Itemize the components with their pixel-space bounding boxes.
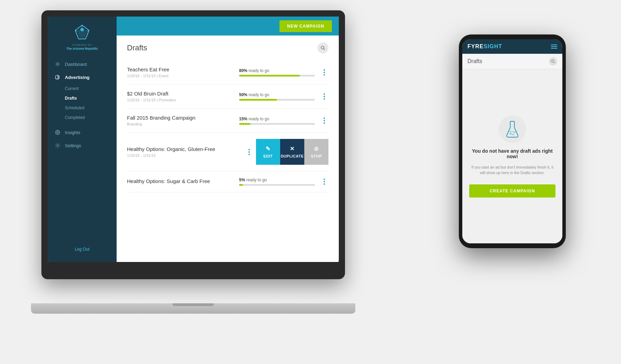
logo-area: POWERED BY The Arizona Republic — [66, 23, 98, 51]
sidebar-item-settings[interactable]: Settings — [48, 139, 117, 152]
campaign-menu-5[interactable] — [320, 178, 328, 186]
hamburger-menu[interactable] — [551, 44, 557, 49]
edit-button[interactable]: ✎ EDIT — [256, 139, 280, 165]
action-buttons-4: ✎ EDIT ✕ DUPLICATE ⊘ STO — [256, 139, 328, 165]
sidebar-advertising-label: Advertising — [65, 75, 90, 80]
campaign-row-3: Fall 2015 Branding Campaign Branding 15%… — [127, 109, 328, 133]
campaign-meta-4: 1/15/15 - 1/31/15 — [127, 153, 240, 158]
laptop-screen: POWERED BY The Arizona Republic Dashboar… — [48, 17, 339, 262]
laptop-outer: POWERED BY The Arizona Republic Dashboar… — [41, 10, 345, 279]
svg-line-16 — [324, 49, 325, 50]
campaign-name-5: Healthy Options: Sugar & Carb Free — [127, 178, 239, 184]
phone-header: FYRESIGHT — [462, 39, 562, 54]
sidebar-settings-label: Settings — [65, 143, 81, 148]
svg-point-2 — [80, 28, 84, 31]
flask-icon — [499, 115, 526, 143]
logo-icon — [73, 23, 91, 41]
phone-body: You do not have any draft ads right now!… — [462, 69, 562, 243]
progress-bar-fill-1 — [239, 75, 300, 77]
campaign-meta-3: Branding — [127, 122, 239, 126]
campaign-info-5: Healthy Options: Sugar & Carb Free — [127, 178, 239, 185]
campaign-row-1: Teachers Eat Free 1/15/15 - 1/31/15 | Ev… — [127, 60, 328, 84]
brand-name-label: The Arizona Republic — [66, 47, 98, 51]
scene: POWERED BY The Arizona Republic Dashboar… — [0, 0, 621, 364]
svg-point-19 — [510, 133, 511, 134]
sidebar-insights-label: Insights — [65, 130, 80, 135]
progress-bar-fill-2 — [239, 99, 277, 101]
svg-point-20 — [513, 134, 514, 135]
progress-label-1: 80% ready to go — [239, 68, 315, 73]
drafts-section: Drafts Teachers Eat Free — [117, 36, 339, 262]
campaign-meta-2: 1/15/15 - 1/31/15 | Promotion — [127, 98, 239, 102]
phone-screen: FYRESIGHT Drafts — [462, 39, 562, 243]
laptop: POWERED BY The Arizona Republic Dashboar… — [41, 10, 352, 314]
svg-point-9 — [57, 132, 58, 133]
stop-icon: ⊘ — [314, 145, 319, 152]
progress-label-5: 5% ready to go — [239, 178, 315, 182]
campaign-info-1: Teachers Eat Free 1/15/15 - 1/31/15 | Ev… — [127, 67, 239, 78]
stop-button[interactable]: ⊘ STOP — [304, 139, 328, 165]
campaign-meta-1: 1/15/15 - 1/31/15 | Event — [127, 74, 239, 78]
sidebar-item-dashboard[interactable]: Dashboard — [48, 58, 117, 71]
section-header: Drafts — [127, 42, 328, 53]
subnav-drafts[interactable]: Drafts — [48, 93, 117, 103]
drafts-title: Drafts — [127, 43, 147, 52]
subnav-completed[interactable]: Completed — [48, 113, 117, 122]
create-campaign-button[interactable]: CREATE CAMPAIGN — [469, 184, 555, 198]
phone: FYRESIGHT Drafts — [459, 34, 566, 248]
new-campaign-button[interactable]: NEW CAMPAIGN — [279, 20, 332, 32]
progress-bar-bg-3 — [239, 123, 315, 125]
search-icon — [321, 46, 325, 50]
svg-point-14 — [57, 145, 59, 146]
sidebar: POWERED BY The Arizona Republic Dashboar… — [48, 17, 117, 262]
phone-search-icon — [551, 59, 555, 63]
duplicate-icon: ✕ — [290, 145, 295, 152]
campaign-menu-2[interactable] — [320, 92, 328, 101]
stop-label: STOP — [311, 154, 322, 158]
duplicate-button[interactable]: ✕ DUPLICATE — [280, 139, 304, 165]
progress-bar-bg-1 — [239, 75, 315, 77]
campaign-menu-3[interactable] — [320, 117, 328, 125]
sidebar-dashboard-label: Dashboard — [65, 62, 87, 67]
action-area-4: ✎ EDIT ✕ DUPLICATE ⊘ STO — [240, 139, 328, 165]
progress-bar-fill-5 — [239, 184, 243, 186]
progress-area-5: 5% ready to go — [239, 178, 315, 186]
powered-by-label: POWERED BY — [72, 43, 92, 47]
svg-rect-7 — [58, 76, 59, 79]
sidebar-item-advertising[interactable]: Advertising — [48, 71, 117, 84]
phone-sub-header: Drafts — [462, 54, 562, 69]
edit-icon: ✎ — [266, 145, 270, 152]
sidebar-item-insights[interactable]: Insights — [48, 126, 117, 139]
duplicate-label: DUPLICATE — [281, 154, 304, 158]
dashboard-icon — [55, 61, 61, 67]
phone-search-button[interactable] — [549, 57, 557, 65]
progress-bar-bg-5 — [239, 184, 315, 186]
campaign-row-4: Healthy Options: Organic, Gluten-Free 1/… — [127, 133, 328, 171]
campaign-name-4: Healthy Options: Organic, Gluten-Free — [127, 146, 240, 152]
phone-section-title: Drafts — [467, 58, 482, 64]
campaign-row-5: Healthy Options: Sugar & Carb Free 5% re… — [127, 171, 328, 192]
logout-link[interactable]: Log Out — [71, 243, 93, 255]
subnav-scheduled[interactable]: Scheduled — [48, 103, 117, 113]
campaign-info-4: Healthy Options: Organic, Gluten-Free 1/… — [127, 146, 240, 158]
progress-area-1: 80% ready to go — [239, 68, 315, 77]
campaign-info-2: $2 Old Bruin Draft 1/15/15 - 1/31/15 | P… — [127, 91, 239, 102]
progress-bar-fill-3 — [239, 123, 250, 125]
progress-label-2: 50% ready to go — [239, 92, 315, 97]
phone-brand-fyre: FYRE — [467, 43, 484, 49]
campaign-menu-1[interactable] — [320, 68, 328, 77]
progress-bar-bg-2 — [239, 99, 315, 101]
search-button[interactable] — [317, 42, 328, 53]
svg-point-21 — [514, 132, 515, 133]
svg-point-17 — [552, 60, 554, 62]
phone-brand-sight: SIGHT — [484, 43, 502, 49]
campaign-row-2: $2 Old Bruin Draft 1/15/15 - 1/31/15 | P… — [127, 84, 328, 109]
campaign-name-1: Teachers Eat Free — [127, 67, 239, 72]
sub-nav: Current Drafts Scheduled Completed — [48, 84, 117, 122]
advertising-icon — [55, 74, 61, 80]
campaign-menu-4-dots[interactable] — [245, 148, 253, 156]
campaign-name-2: $2 Old Bruin Draft — [127, 91, 239, 97]
progress-area-2: 50% ready to go — [239, 92, 315, 101]
subnav-current[interactable]: Current — [48, 84, 117, 93]
top-bar: NEW CAMPAIGN — [117, 17, 339, 36]
